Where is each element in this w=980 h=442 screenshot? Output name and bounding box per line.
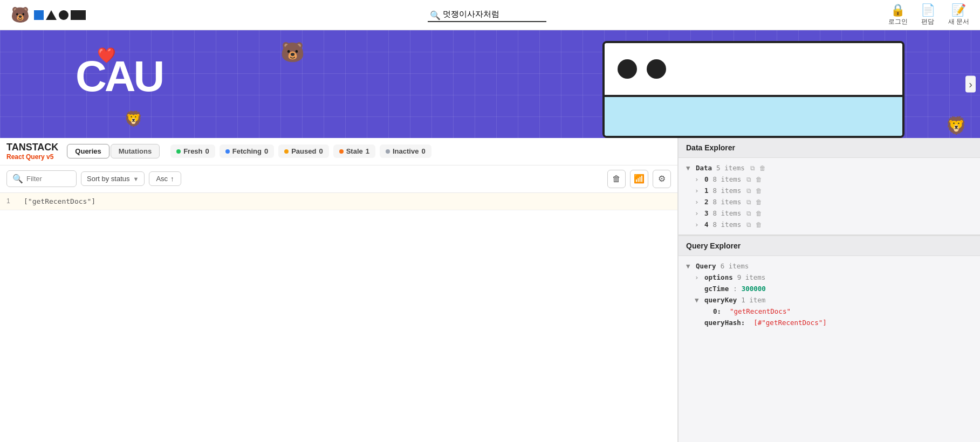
child-2-copy[interactable]: ⧉ xyxy=(745,198,752,206)
child-4-count: 8 items xyxy=(713,220,742,229)
child-4-copy[interactable]: ⧉ xyxy=(745,221,752,229)
filter-input[interactable] xyxy=(26,175,70,183)
child-2-count: 8 items xyxy=(713,198,742,206)
search-input[interactable] xyxy=(428,8,546,22)
nav-search: 🔍 xyxy=(428,8,546,22)
monitor-eye-left xyxy=(618,59,637,79)
child-0-del[interactable]: 🗑 xyxy=(755,176,763,183)
data-child-3: › 3 8 items ⧉ 🗑 xyxy=(695,208,972,219)
nav-logo: 🐻 xyxy=(11,6,86,24)
nav-actions: 🔒 로그인 📄 편담 📝 새 문서 xyxy=(888,3,969,26)
dot-stale xyxy=(339,149,344,154)
querykey-toggle[interactable]: ▼ xyxy=(695,296,702,304)
options-key: options xyxy=(704,273,733,281)
gctime-key: gcTime xyxy=(704,285,729,293)
dot-paused xyxy=(284,149,289,154)
querykey-children: › 0: "getRecentDocs" xyxy=(695,306,972,317)
sort-arrow-icon: ↑ xyxy=(170,175,174,183)
pill-inactive-count: 0 xyxy=(421,147,425,155)
tanstack-brand: TANSTACK React Query v5 xyxy=(6,142,58,161)
child-1-key: 1 xyxy=(704,187,709,195)
chevron-down-icon: ▼ xyxy=(133,176,139,182)
data-root-key: Data xyxy=(696,164,712,172)
child-0-copy[interactable]: ⧉ xyxy=(745,176,752,183)
tanstack-sub: React Query v5 xyxy=(6,153,58,161)
query-explorer-section: Query Explorer ▼ Query 6 items › options… xyxy=(679,235,980,333)
data-root-copy[interactable]: ⧉ xyxy=(749,164,756,172)
query-list: 1 ["getRecentDocs"] xyxy=(0,193,677,442)
query-children: › options 9 items › gcTime : 300000 ▼ xyxy=(686,272,972,328)
sort-select-label: Sort by status xyxy=(87,175,129,183)
lion-right-icon: 🦁 xyxy=(945,115,967,136)
lion-bottom-icon: 🦁 xyxy=(124,110,143,128)
gctime-value: 300000 xyxy=(742,285,766,293)
right-panel: Data Explorer ▼ Data 5 items ⧉ 🗑 › 0 8 i… xyxy=(678,138,980,442)
data-explorer-title: Data Explorer xyxy=(679,138,980,158)
pill-fetching-label: Fetching xyxy=(232,147,262,155)
child-4-del[interactable]: 🗑 xyxy=(755,221,763,229)
data-root-row: ▼ Data 5 items ⧉ 🗑 xyxy=(686,162,972,174)
gear-icon: ⚙ xyxy=(658,174,666,184)
data-root-del[interactable]: 🗑 xyxy=(758,164,767,172)
edit-icon: 📝 xyxy=(951,3,966,17)
lock-icon: 🔒 xyxy=(890,3,905,17)
pill-paused-label: Paused xyxy=(291,147,316,155)
search-icon: 🔍 xyxy=(430,10,441,20)
queryhash-row: › queryHash: [#"getRecentDocs"] xyxy=(695,317,972,328)
new-post-button[interactable]: 📝 새 문서 xyxy=(948,3,969,26)
pill-paused-count: 0 xyxy=(319,147,323,155)
pill-stale: Stale 1 xyxy=(333,144,375,158)
querykey-key: queryKey xyxy=(704,296,737,304)
child-3-toggle[interactable]: › xyxy=(695,209,702,217)
data-root-toggle[interactable]: ▼ xyxy=(686,164,694,172)
pill-fetching: Fetching 0 xyxy=(220,144,274,158)
query-root-count: 6 items xyxy=(721,262,749,270)
child-1-copy[interactable]: ⧉ xyxy=(745,187,752,195)
query-root-toggle[interactable]: ▼ xyxy=(686,262,694,270)
asc-button[interactable]: Asc ↑ xyxy=(149,171,181,186)
querykey-0-row: › 0: "getRecentDocs" xyxy=(703,306,972,317)
child-2-toggle[interactable]: › xyxy=(695,198,702,206)
child-1-del[interactable]: 🗑 xyxy=(755,187,763,195)
filter-input-wrapper[interactable]: 🔍 xyxy=(6,170,77,187)
child-1-count: 8 items xyxy=(713,187,742,195)
signal-button[interactable]: 📶 xyxy=(630,170,648,188)
child-2-del[interactable]: 🗑 xyxy=(755,198,763,206)
query-row-label: ["getRecentDocs"] xyxy=(24,197,95,205)
qk0-value: "getRecentDocs" xyxy=(730,307,791,315)
monitor-chevron-icon[interactable]: › xyxy=(965,76,976,93)
child-3-del[interactable]: 🗑 xyxy=(755,210,763,217)
querykey-root-row: ▼ queryKey 1 item xyxy=(695,294,972,306)
sort-select[interactable]: Sort by status ▼ xyxy=(81,171,145,186)
child-1-toggle[interactable]: › xyxy=(695,187,702,195)
child-3-copy[interactable]: ⧉ xyxy=(745,210,752,217)
child-4-toggle[interactable]: › xyxy=(695,220,702,229)
pill-fetching-count: 0 xyxy=(264,147,268,155)
options-toggle[interactable]: › xyxy=(695,273,702,281)
child-0-toggle[interactable]: › xyxy=(695,175,702,183)
querykey-count: 1 item xyxy=(741,296,765,304)
asc-label: Asc xyxy=(156,175,168,183)
pill-paused: Paused 0 xyxy=(278,144,328,158)
chat-button[interactable]: 📄 편담 xyxy=(921,3,935,26)
tab-mutations[interactable]: Mutations xyxy=(111,144,160,158)
data-children: › 0 8 items ⧉ 🗑 › 1 8 items ⧉ 🗑 › xyxy=(686,174,972,230)
tanstack-header: TANSTACK React Query v5 Queries Mutation… xyxy=(0,138,677,165)
child-3-count: 8 items xyxy=(713,209,742,217)
login-button[interactable]: 🔒 로그인 xyxy=(888,3,908,26)
query-row[interactable]: 1 ["getRecentDocs"] xyxy=(0,193,677,210)
tab-queries[interactable]: Queries xyxy=(67,144,109,158)
delete-all-button[interactable]: 🗑 xyxy=(607,170,626,188)
data-child-2: › 2 8 items ⧉ 🗑 xyxy=(695,196,972,208)
login-label: 로그인 xyxy=(888,17,908,26)
query-gctime-row: › gcTime : 300000 xyxy=(695,283,972,294)
monitor-screen-top xyxy=(605,43,902,97)
left-panel: TANSTACK React Query v5 Queries Mutation… xyxy=(0,138,678,442)
trash-icon: 🗑 xyxy=(612,174,621,184)
data-root-count: 5 items xyxy=(716,164,745,172)
child-2-key: 2 xyxy=(704,198,709,206)
bear-top-icon: 🐻 xyxy=(280,41,305,64)
monitor-eye-right xyxy=(647,59,666,79)
settings-button[interactable]: ⚙ xyxy=(653,170,671,188)
status-pills: Fresh 0 Fetching 0 Paused 0 Stale 1 xyxy=(170,144,431,158)
